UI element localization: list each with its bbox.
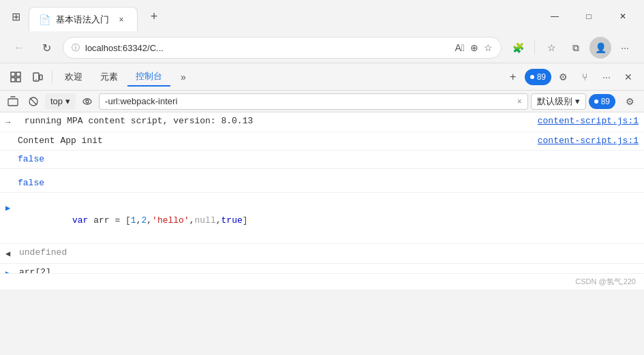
- tab-title: 基本语法入门: [56, 14, 110, 26]
- context-label: top: [50, 96, 63, 106]
- log-level-selector[interactable]: 默认级别 ▾: [531, 93, 586, 110]
- svg-point-6: [35, 79, 37, 80]
- close-button[interactable]: ✕: [607, 5, 639, 27]
- watermark-text: CSDN @氢气,220: [575, 277, 636, 285]
- tab-welcome[interactable]: 欢迎: [57, 67, 91, 87]
- console-input-arrow-2: ▶: [5, 267, 16, 273]
- address-bar[interactable]: ⓘ localhost:63342/C... A⃣ ⊕ ☆: [63, 37, 502, 59]
- svg-rect-7: [8, 99, 18, 106]
- block-console-button[interactable]: [25, 93, 42, 110]
- console-value-false-2: false: [18, 176, 44, 190]
- filter-input[interactable]: -url:webpack-interi ×: [99, 93, 528, 110]
- title-bar: ⊞ 📄 基本语法入门 × + — □ ✕: [0, 0, 644, 33]
- profile-button[interactable]: 👤: [589, 37, 611, 59]
- svg-rect-5: [40, 75, 42, 80]
- console-result-undefined: undefined: [19, 246, 67, 260]
- browser-chrome: ⊞ 📄 基本语法入门 × + — □ ✕ ← ↻ ⓘ localhost:633…: [0, 0, 644, 290]
- console-source-link[interactable]: content-script.js:1: [538, 114, 639, 128]
- address-actions: A⃣ ⊕ ☆: [455, 42, 493, 53]
- sidebar-toggle-icon[interactable]: ⊞: [5, 7, 26, 26]
- toolbar-right: + 89 ⚙ ⑂ ··· ✕: [503, 67, 639, 87]
- nav-bar: ← ↻ ⓘ localhost:63342/C... A⃣ ⊕ ☆ 🧩 ☆ ⧉ …: [0, 33, 644, 63]
- log-level-dropdown-icon: ▾: [575, 96, 580, 106]
- favorites-icon[interactable]: ☆: [484, 42, 493, 53]
- filter-clear-button[interactable]: ×: [517, 97, 522, 106]
- svg-rect-3: [16, 78, 20, 82]
- devtools-close-button[interactable]: ✕: [618, 67, 639, 87]
- collections-button[interactable]: ⧉: [565, 37, 587, 59]
- minimize-button[interactable]: —: [539, 5, 570, 27]
- console-input-text-2: arr[2]: [19, 266, 51, 273]
- console-source-link[interactable]: content-script.js:1: [538, 134, 639, 148]
- svg-point-11: [86, 100, 89, 103]
- svg-point-10: [83, 99, 91, 104]
- extensions-button[interactable]: 🧩: [507, 37, 529, 59]
- console-input-line: ▶ var arr = [1,2,'hello',null,true]: [0, 198, 644, 244]
- watermark: CSDN @氢气,220: [0, 273, 644, 290]
- address-text: localhost:63342/C...: [85, 43, 450, 53]
- console-badge-dot: [594, 99, 598, 104]
- devtools-settings-button[interactable]: ⚙: [553, 67, 573, 87]
- filter-text: -url:webpack-interi: [105, 96, 513, 106]
- tab-area: ⊞ 📄 基本语法入门 × +: [5, 4, 536, 29]
- inspect-element-button[interactable]: [5, 67, 26, 87]
- console-line: → running MPA content script, version: 8…: [0, 112, 644, 132]
- more-tabs-button[interactable]: »: [173, 67, 194, 87]
- console-line: false: [0, 151, 644, 169]
- svg-rect-1: [16, 72, 20, 76]
- console-output: → running MPA content script, version: 8…: [0, 112, 644, 273]
- error-badge[interactable]: 89: [525, 69, 551, 85]
- console-line-blank-2: [0, 193, 644, 198]
- back-button[interactable]: ←: [8, 37, 30, 59]
- clear-console-button[interactable]: [4, 93, 22, 110]
- console-value-false: false: [18, 153, 44, 166]
- maximize-button[interactable]: □: [573, 5, 604, 27]
- console-input-line-2: ▶ arr[2]: [0, 264, 644, 273]
- more-button[interactable]: ···: [614, 37, 636, 59]
- badge-dot: [530, 75, 534, 79]
- console-input-arrow: ▶: [5, 202, 16, 215]
- console-badge-count: 89: [601, 97, 610, 106]
- console-line: Content App init content-script.js:1: [0, 132, 644, 151]
- svg-line-9: [30, 98, 37, 105]
- console-settings-button[interactable]: ⚙: [619, 92, 640, 111]
- address-info-icon: ⓘ: [72, 42, 80, 54]
- console-line-blank: [0, 169, 644, 174]
- zoom-icon[interactable]: ⊕: [470, 42, 478, 53]
- add-tab-button[interactable]: +: [503, 67, 523, 87]
- console-text: Content App init: [18, 134, 103, 148]
- read-aloud-icon[interactable]: A⃣: [455, 42, 465, 53]
- user-flow-button[interactable]: ⑂: [574, 67, 595, 87]
- window-controls: — □ ✕: [539, 5, 639, 27]
- context-dropdown-icon: ▾: [65, 96, 70, 106]
- svg-rect-2: [11, 78, 15, 82]
- nav-divider: [534, 41, 535, 55]
- console-result-arrow: ◀: [5, 247, 16, 261]
- devtools-more-button[interactable]: ···: [596, 67, 617, 87]
- tab-close-button[interactable]: ×: [115, 14, 127, 26]
- nav-actions: 🧩 ☆ ⧉ 👤 ···: [507, 37, 636, 59]
- browser-tab[interactable]: 📄 基本语法入门 ×: [29, 7, 138, 31]
- new-tab-button[interactable]: +: [143, 5, 165, 27]
- svg-rect-0: [11, 72, 15, 76]
- console-line: false: [0, 174, 644, 193]
- eye-filter-button[interactable]: [78, 93, 96, 110]
- device-mode-button[interactable]: [27, 67, 48, 87]
- console-text: running MPA content script, version: 8.0…: [19, 114, 258, 128]
- context-selector[interactable]: top ▾: [45, 93, 76, 110]
- log-level-label: 默认级别: [537, 95, 572, 108]
- console-input-text: var arr = [1,2,'hello',null,true]: [19, 200, 248, 241]
- devtools-panel: 欢迎 元素 控制台 » + 89 ⚙ ⑂ ··· ✕: [0, 63, 644, 290]
- console-arrow-right: →: [5, 116, 16, 129]
- console-result-line: ◀ undefined: [0, 244, 644, 264]
- toolbar-divider-1: [52, 70, 52, 84]
- reload-button[interactable]: ↻: [35, 37, 57, 59]
- tab-elements[interactable]: 元素: [92, 67, 126, 87]
- devtools-toolbar: 欢迎 元素 控制台 » + 89 ⚙ ⑂ ··· ✕: [0, 63, 644, 91]
- console-error-badge[interactable]: 89: [589, 94, 615, 109]
- console-toolbar: top ▾ -url:webpack-interi × 默认级别 ▾ 89: [0, 91, 644, 112]
- tab-console[interactable]: 控制台: [127, 67, 170, 87]
- favorites-bar-button[interactable]: ☆: [540, 37, 562, 59]
- tab-icon: 📄: [39, 14, 50, 25]
- badge-count: 89: [537, 72, 546, 82]
